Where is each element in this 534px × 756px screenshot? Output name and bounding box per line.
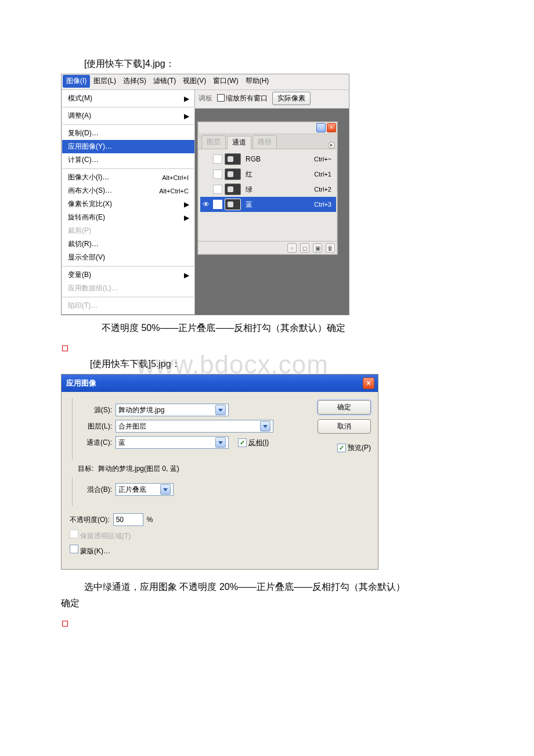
invert-checkbox[interactable]: ✓反相(I): [238, 438, 269, 448]
menu-item-applydata: 应用数据组(L)…: [62, 282, 194, 295]
options-bar: 调板 缩放所有窗口 实际像素: [195, 90, 349, 109]
menu-help[interactable]: 帮助(H): [242, 75, 273, 88]
thumbnail-icon: [225, 183, 241, 195]
menu-item-mode[interactable]: 模式(M)▶: [62, 92, 194, 105]
channel-row-red[interactable]: 红 Ctrl+1: [200, 167, 336, 182]
menu-select[interactable]: 选择(S): [120, 75, 150, 88]
preview-checkbox[interactable]: ✓预览(P): [337, 443, 371, 453]
zoom-all-checkbox[interactable]: 缩放所有窗口: [217, 93, 268, 103]
menu-item-canvassize[interactable]: 画布大小(S)…Alt+Ctrl+C: [62, 184, 194, 197]
actual-pixels-button[interactable]: 实际像素: [272, 92, 311, 105]
tab-channels[interactable]: 通道: [227, 136, 251, 149]
image-dropdown: 模式(M)▶ 调整(A)▶ 复制(D)… 应用图像(Y)… 计算(C)… 图像大…: [62, 90, 195, 315]
opacity-label: 不透明度(O):: [70, 515, 110, 525]
channel-row-green[interactable]: 绿 Ctrl+2: [200, 182, 336, 197]
close-icon[interactable]: ×: [327, 123, 336, 132]
panel-menu-icon[interactable]: [328, 142, 336, 149]
opacity-unit: %: [147, 516, 153, 524]
menubar: 图像(I) 图层(L) 选择(S) 滤镜(T) 视图(V) 窗口(W) 帮助(H…: [62, 74, 349, 90]
channel-label: 通道(C):: [78, 438, 112, 448]
tab-paths[interactable]: 路径: [252, 135, 277, 149]
source-label: 源(S):: [78, 405, 112, 415]
cancel-button[interactable]: 取消: [317, 419, 371, 434]
dialog-title: 应用图像: [66, 378, 96, 388]
target-value: 舞动的梦境.jpg(图层 0, 蓝): [96, 465, 179, 473]
save-selection-icon[interactable]: ◻: [300, 243, 309, 253]
thumbnail-icon: [225, 168, 241, 180]
target-label: 目标:: [78, 465, 93, 473]
menu-filter[interactable]: 滤镜(T): [150, 75, 179, 88]
blend-combo[interactable]: 正片叠底: [116, 483, 174, 496]
close-icon[interactable]: ×: [363, 377, 374, 389]
ok-button[interactable]: 确定: [317, 400, 371, 415]
thumbnail-icon: [225, 153, 241, 165]
menu-item-calc[interactable]: 计算(C)…: [62, 153, 194, 167]
menu-item-crop: 裁剪(P): [62, 224, 194, 237]
caption-image4: [使用快车下载]4.jpg：: [84, 58, 476, 70]
eye-icon[interactable]: 👁: [201, 200, 211, 209]
layer-combo[interactable]: 合并图层: [116, 420, 273, 433]
layer-label: 图层(L):: [78, 422, 112, 431]
paragraph-2a: 选中绿通道，应用图象 不透明度 20%——正片叠底——反相打勾（其余默认）: [61, 580, 476, 594]
menu-image[interactable]: 图像(I): [63, 75, 90, 88]
tab-layers[interactable]: 图层: [201, 135, 226, 149]
apply-image-dialog: 应用图像 × 源(S): 舞动的梦境.jpg 图层(L): 合并图层: [61, 374, 378, 570]
menu-view[interactable]: 视图(V): [179, 75, 210, 88]
menu-item-trap: 陷印(T)…: [62, 299, 194, 312]
options-palette-label: 调板: [199, 93, 212, 103]
red-marker-icon: [62, 345, 68, 351]
caption-image5: [使用快车下载]5.jpg：: [90, 358, 476, 370]
menu-item-imagesize[interactable]: 图像大小(I)…Alt+Ctrl+I: [62, 171, 194, 184]
dialog-titlebar: 应用图像 ×: [62, 375, 378, 392]
red-marker-icon: [62, 621, 68, 627]
menu-item-trim[interactable]: 裁切(R)…: [62, 237, 194, 251]
channel-row-rgb[interactable]: RGB Ctrl+~: [200, 152, 336, 167]
load-selection-icon[interactable]: ○: [287, 243, 297, 253]
opacity-input[interactable]: 50: [113, 513, 143, 526]
preserve-transparency-checkbox: 保留透明区域(T): [70, 530, 131, 541]
thumbnail-icon: [225, 199, 241, 210]
menu-item-pixelratio[interactable]: 像素长宽比(X)▶: [62, 197, 194, 211]
channel-row-blue[interactable]: 👁 蓝 Ctrl+3: [200, 197, 336, 212]
screenshot-image-menu: 图像(I) 图层(L) 选择(S) 滤镜(T) 视图(V) 窗口(W) 帮助(H…: [61, 74, 349, 315]
paragraph-2b: 确定: [61, 596, 476, 610]
channel-combo[interactable]: 蓝: [116, 436, 229, 449]
delete-channel-icon[interactable]: 🗑: [326, 243, 335, 253]
blend-label: 混合(B):: [78, 485, 112, 495]
menu-item-variables[interactable]: 变量(B)▶: [62, 268, 194, 282]
mask-checkbox[interactable]: 蒙版(K)…: [70, 545, 110, 556]
menu-item-adjust[interactable]: 调整(A)▶: [62, 109, 194, 123]
menu-item-apply-image[interactable]: 应用图像(Y)…: [62, 140, 194, 153]
menu-item-revealall[interactable]: 显示全部(V): [62, 251, 194, 264]
channels-panel: - × 图层 通道 路径 RGB Ctrl+~: [197, 121, 338, 255]
menu-item-duplicate[interactable]: 复制(D)…: [62, 127, 194, 140]
menu-window[interactable]: 窗口(W): [210, 75, 241, 88]
paragraph-1: 不透明度 50%——正片叠底——反相打勾（其余默认）确定: [78, 321, 476, 335]
menu-layer[interactable]: 图层(L): [90, 75, 120, 88]
minimize-icon[interactable]: -: [316, 123, 326, 132]
source-combo[interactable]: 舞动的梦境.jpg: [116, 404, 229, 416]
new-channel-icon[interactable]: ▣: [313, 243, 322, 253]
menu-item-rotate[interactable]: 旋转画布(E)▶: [62, 211, 194, 224]
